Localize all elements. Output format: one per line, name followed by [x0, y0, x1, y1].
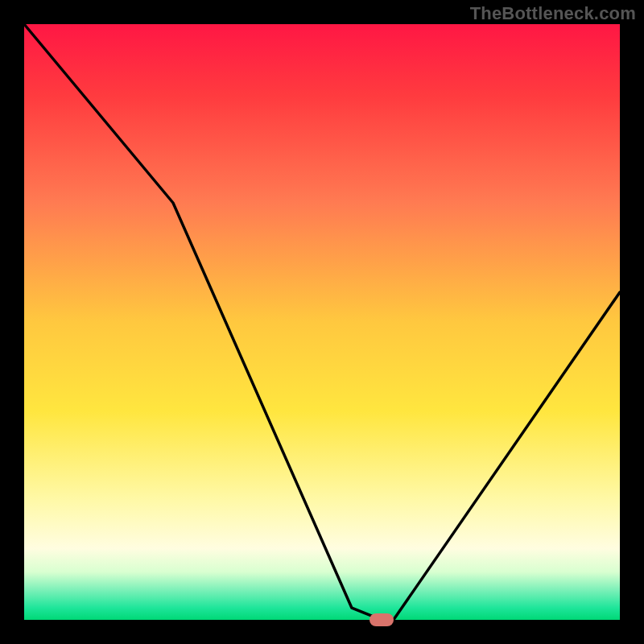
bottleneck-chart: TheBottleneck.com — [0, 0, 644, 644]
frame-right — [620, 0, 644, 644]
watermark-text: TheBottleneck.com — [470, 3, 636, 24]
optimum-marker — [369, 613, 394, 626]
chart-svg — [0, 0, 644, 644]
frame-left — [0, 0, 24, 644]
frame-bottom — [0, 620, 644, 644]
chart-plot-area — [24, 24, 620, 620]
